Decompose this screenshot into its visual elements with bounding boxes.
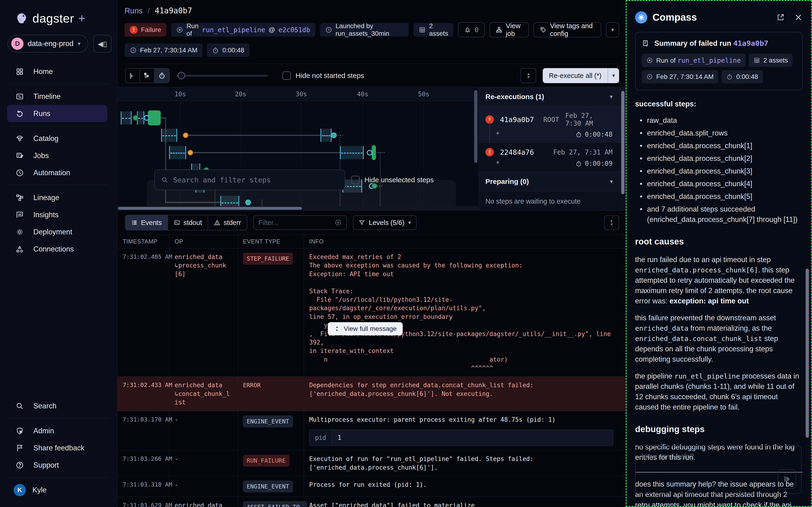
root-cause-paragraph: this failure prevented the downstream as… <box>635 313 803 364</box>
tab-stderr[interactable]: stderr <box>208 215 247 230</box>
expand-log-button[interactable] <box>604 215 619 230</box>
checkbox-icon[interactable] <box>351 176 360 184</box>
open-external-icon[interactable] <box>776 13 785 21</box>
app-logo[interactable]: dagster + <box>0 0 117 25</box>
checkbox-icon[interactable] <box>282 71 291 80</box>
sidebar-item-timeline[interactable]: Timeline <box>0 88 117 105</box>
reexecute-all-label[interactable]: Re-execute all (*) <box>543 68 608 83</box>
gantt-marker-dot[interactable] <box>187 150 193 156</box>
more-actions-button[interactable]: ▾ <box>606 22 619 37</box>
hide-unselected-checkbox[interactable]: Hide unselected steps <box>351 176 434 184</box>
reexecutions-title: Re-executions (1) <box>485 93 544 101</box>
reexecute-all-button[interactable]: Re-execute all (*) ▾ <box>543 68 619 83</box>
collapse-sidebar-button[interactable]: ◀▯ <box>93 35 112 53</box>
hide-not-started-checkbox[interactable]: Hide not started steps <box>282 71 364 80</box>
gantt-marker-dot[interactable] <box>144 115 150 121</box>
waterfall-view-button[interactable] <box>140 68 155 83</box>
table-row[interactable]: 7:31:02.433 AMenriched_data ↳concat_chun… <box>117 377 626 411</box>
compass-chat-input[interactable]: How can I help? <box>635 446 802 494</box>
send-button[interactable] <box>778 469 796 489</box>
sidebar-item-admin[interactable]: Admin <box>0 422 117 439</box>
reexecutions-section-header[interactable]: Re-executions (1) ▾ <box>479 87 626 107</box>
sidebar-item-catalog[interactable]: Catalog <box>0 130 117 147</box>
sidebar-item-deployment[interactable]: Deployment <box>0 223 117 240</box>
alerts-button[interactable]: 0 <box>458 22 484 37</box>
sidebar-item-share-feedback[interactable]: Share feedback <box>0 439 117 456</box>
root-causes-heading: root causes <box>635 235 803 248</box>
view-job-button[interactable]: View job <box>489 22 529 37</box>
pipeline-link[interactable]: run_etl_pipeline <box>202 26 265 34</box>
sidebar-item-runs[interactable]: Runs <box>7 105 107 122</box>
collapse-icon: ◀▯ <box>98 40 107 48</box>
log-filter-input[interactable]: Filter... <box>253 215 347 230</box>
event-type-cell: RUN_FAILURE <box>238 450 304 476</box>
view-full-message-button[interactable]: View full message <box>328 322 403 335</box>
table-row[interactable]: 7:31:03.318 AM-ENGINE_EVENTProcess for r… <box>117 476 626 497</box>
chevron-down-icon: ▾ <box>408 219 411 226</box>
table-row[interactable]: 7:31:03.629 AMenriched_data ↳concat_chun… <box>117 497 626 507</box>
list-item: enriched_data.process_chunk[4] <box>647 179 752 189</box>
reexecution-run-row[interactable]: ! 41a9a0b7 ROOT Feb 27, 7:30 AM * 0:00:4… <box>479 107 626 143</box>
reexecute-dropdown-toggle[interactable]: ▾ <box>608 68 619 83</box>
summary-run-id[interactable]: 41a9a0b7 <box>733 39 768 47</box>
slider-track <box>176 75 268 77</box>
sidebar-item-insights[interactable]: Insights <box>0 206 117 223</box>
fit-view-button[interactable] <box>521 68 536 83</box>
run-id-link[interactable]: 41a9a0b7 <box>500 116 534 124</box>
gantt-marker-dot[interactable] <box>331 132 337 138</box>
flat-view-button[interactable] <box>125 68 140 83</box>
gantt-marker-dot[interactable] <box>367 150 372 156</box>
table-row[interactable]: 7:31:03.266 AM-RUN_FAILUREExecution of r… <box>117 450 626 476</box>
sidebar-item-jobs[interactable]: Jobs <box>0 147 117 164</box>
compass-scrollbar[interactable] <box>806 269 809 438</box>
bell-icon <box>464 26 471 33</box>
table-row[interactable]: 7:31:03.170 AM-ENGINE_EVENTMultiprocess … <box>117 411 626 451</box>
run-id-link[interactable]: 22484a76 <box>500 148 534 156</box>
commit-link[interactable]: e2c051db <box>278 26 310 34</box>
sidebar-item-lineage[interactable]: Lineage <box>0 189 117 206</box>
gantt-marker-dot[interactable] <box>183 132 188 138</box>
reexecution-run-row[interactable]: ! 22484a76 Feb 27, 7:31 AM * 0:00:09 <box>479 143 626 172</box>
gantt-step-bar[interactable] <box>169 146 186 159</box>
gantt-vertical-scrollbar[interactable] <box>474 90 477 163</box>
event-op: enriched_data ↳concat_chunk_list <box>169 497 238 507</box>
gantt-horizontal-scrollbar[interactable] <box>117 206 479 210</box>
list-item: enriched_data.split_rows <box>647 128 728 138</box>
gantt-step-bar[interactable] <box>321 129 332 142</box>
gantt-step-bar-succeeded[interactable] <box>372 145 376 160</box>
gantt-plot[interactable] <box>117 101 479 206</box>
gantt-step-bar-succeeded[interactable] <box>148 110 161 125</box>
breadcrumb-runs-link[interactable]: Runs <box>124 6 143 15</box>
gantt-step-bar[interactable] <box>161 129 177 142</box>
sidebar-item-automation[interactable]: Automation <box>0 164 117 181</box>
sidebar-item-label: Timeline <box>33 92 61 101</box>
assets-chip[interactable]: 2 assets <box>414 23 453 37</box>
levels-filter-dropdown[interactable]: Levels (5/6) ▾ <box>353 215 417 230</box>
run-of-chip[interactable]: Run of run_etl_pipeline @ e2c051db <box>171 23 315 37</box>
gantt-step-bar[interactable] <box>121 111 131 124</box>
clear-filter-icon[interactable] <box>335 219 342 226</box>
sidebar-item-search[interactable]: Search <box>0 397 117 414</box>
zoom-slider[interactable] <box>176 68 268 83</box>
sidebar-item-connections[interactable]: Connections <box>0 240 117 258</box>
gantt-search-box[interactable]: Search and filter steps <box>154 170 345 190</box>
column-header-info: INFO <box>304 235 626 248</box>
slider-thumb[interactable] <box>178 72 185 79</box>
sidebar-item-home[interactable]: Home <box>0 63 117 80</box>
tab-events[interactable]: Events <box>125 215 168 230</box>
close-icon[interactable] <box>794 13 803 21</box>
tab-stdout[interactable]: stdout <box>168 215 208 230</box>
user-menu[interactable]: K Kyle <box>0 482 117 499</box>
preparing-section-header[interactable]: Preparing (0) ▾ <box>479 172 626 191</box>
scrollbar-thumb[interactable] <box>118 207 302 210</box>
gantt-step-bar[interactable] <box>340 146 364 159</box>
timed-view-button[interactable] <box>155 68 169 83</box>
panel-scrollbar[interactable] <box>621 91 625 194</box>
table-row[interactable]: 7:31:02.405 AMenriched_data ↳process_chu… <box>117 248 626 377</box>
status-label: Failure <box>141 26 161 34</box>
sidebar-item-support[interactable]: Support <box>0 456 117 474</box>
gantt-marker-dot[interactable] <box>133 115 139 121</box>
deployment-selector[interactable]: D data-eng-prod ▾ <box>7 35 88 53</box>
gantt-chart[interactable]: 10s20s30s40s50s Search and filter steps … <box>117 87 479 210</box>
view-tags-config-button[interactable]: View tags and config <box>534 22 601 37</box>
